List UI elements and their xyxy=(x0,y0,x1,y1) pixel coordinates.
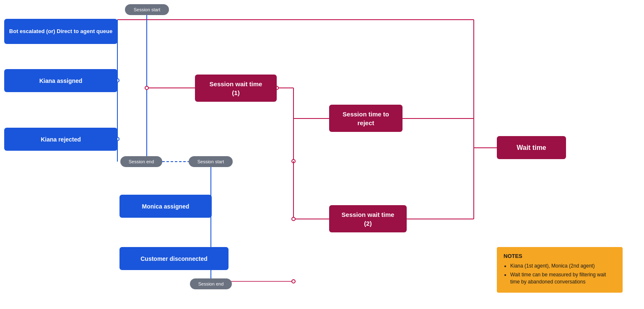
session-wait-time-1-box: Session wait time(1) xyxy=(195,75,277,102)
notes-list: Kiana (1st agent), Monica (2nd agent) Wa… xyxy=(504,263,616,285)
session-wait-time-2-box: Session wait time(2) xyxy=(329,205,407,232)
customer-disconnected-box: Customer disconnected xyxy=(119,247,229,270)
svg-point-27 xyxy=(292,280,295,283)
notes-item-2: Wait time can be measured by filtering w… xyxy=(510,271,616,286)
svg-point-19 xyxy=(292,217,295,221)
diagram-container: Bot escalated (or) Direct to agent queue… xyxy=(0,0,644,309)
notes-title: NOTES xyxy=(504,253,616,259)
kiana-rejected-box: Kiana rejected xyxy=(4,128,117,151)
notes-box: NOTES Kiana (1st agent), Monica (2nd age… xyxy=(497,247,623,293)
wait-time-box: Wait time xyxy=(497,136,566,159)
svg-point-9 xyxy=(292,160,295,163)
session-start-1-label: Session start xyxy=(125,4,169,15)
monica-assigned-box: Monica assigned xyxy=(119,195,212,218)
session-start-2-label: Session start xyxy=(189,156,233,167)
session-end-1-label: Session end xyxy=(120,156,162,167)
kiana-assigned-box: Kiana assigned xyxy=(4,69,117,92)
svg-point-3 xyxy=(145,86,148,90)
notes-item-1: Kiana (1st agent), Monica (2nd agent) xyxy=(510,263,616,270)
bot-escalated-box: Bot escalated (or) Direct to agent queue xyxy=(4,19,117,44)
session-time-to-reject-box: Session time toreject xyxy=(329,105,402,132)
session-end-2-label: Session end xyxy=(190,278,232,289)
